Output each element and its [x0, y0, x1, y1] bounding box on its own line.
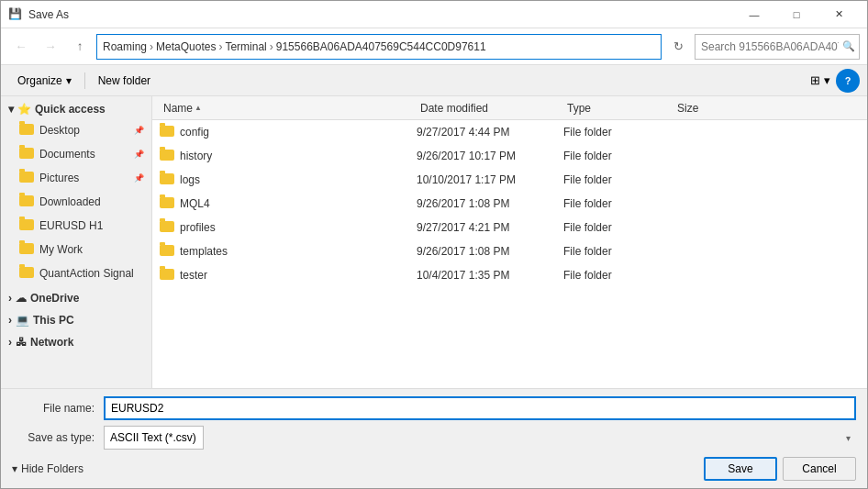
refresh-button[interactable]: ↻: [665, 34, 691, 60]
file-date-cell: 9/26/2017 1:08 PM: [417, 197, 563, 210]
file-name-cell: templates: [160, 245, 417, 259]
saveastype-label: Save as type:: [12, 431, 104, 444]
col-header-size[interactable]: Size: [673, 102, 747, 115]
file-rows-container: config 9/27/2017 4:44 PM File folder his…: [152, 120, 867, 287]
view-toggle-button[interactable]: ⊞ ▾: [808, 69, 832, 93]
file-name-cell: history: [160, 150, 417, 163]
chevron-right-icon: ›: [8, 314, 12, 327]
sidebar-item-network[interactable]: › 🖧 Network: [1, 333, 151, 351]
sidebar-item-thispc[interactable]: › 💻 This PC: [1, 311, 151, 329]
filename-input[interactable]: [104, 396, 856, 420]
file-type-cell: File folder: [563, 221, 673, 234]
table-row[interactable]: profiles 9/27/2017 4:21 PM File folder: [152, 216, 867, 239]
file-name-cell: profiles: [160, 221, 417, 235]
pin-icon: 📌: [134, 126, 144, 135]
folder-icon: [19, 267, 34, 281]
table-row[interactable]: config 9/27/2017 4:44 PM File folder: [152, 120, 867, 144]
network-icon: 🖧: [16, 336, 27, 349]
file-date-cell: 10/10/2017 1:17 PM: [417, 173, 563, 186]
file-date-cell: 9/26/2017 1:08 PM: [417, 245, 563, 258]
table-row[interactable]: history 9/26/2017 10:17 PM File folder: [152, 144, 867, 168]
file-list: Name ▲ Date modified Type Size config 9/…: [152, 96, 867, 388]
sidebar-item-documents[interactable]: Documents 📌: [1, 142, 151, 166]
filename-label: File name:: [12, 402, 104, 415]
button-row: ▾ Hide Folders Save Cancel: [12, 455, 856, 481]
hide-folders-section: ▾ Hide Folders: [12, 462, 698, 475]
chevron-right-icon: ›: [8, 336, 12, 349]
folder-icon: [19, 219, 34, 233]
help-button[interactable]: ?: [836, 69, 860, 93]
thispc-section: › 💻 This PC: [1, 311, 151, 329]
file-name-cell: logs: [160, 173, 417, 187]
minimize-button[interactable]: —: [733, 1, 775, 28]
col-header-date[interactable]: Date modified: [417, 102, 563, 115]
new-folder-button[interactable]: New folder: [89, 69, 160, 93]
search-icon: 🔍: [842, 40, 855, 52]
up-button[interactable]: ↑: [67, 34, 93, 60]
forward-button[interactable]: →: [38, 34, 63, 60]
filename-row: File name:: [12, 396, 856, 420]
address-path[interactable]: Roaming › MetaQuotes › Terminal › 915566…: [96, 34, 662, 60]
folder-icon: [19, 124, 34, 138]
saveastype-select[interactable]: ASCII Text (*.csv)CSV (*.csv)All Files (…: [104, 426, 204, 450]
pin-icon: 📌: [134, 173, 144, 183]
col-header-name[interactable]: Name ▲: [160, 102, 417, 115]
saveastype-row: Save as type: ASCII Text (*.csv)CSV (*.c…: [12, 426, 856, 450]
pin-icon: 📌: [134, 150, 144, 159]
table-row[interactable]: logs 10/10/2017 1:17 PM File folder: [152, 168, 867, 192]
file-type-cell: File folder: [563, 245, 673, 258]
search-input[interactable]: [701, 40, 839, 53]
sidebar-item-downloaded[interactable]: Downloaded: [1, 190, 151, 214]
file-list-header: Name ▲ Date modified Type Size: [152, 96, 867, 120]
close-button[interactable]: ✕: [818, 1, 860, 28]
search-box: 🔍: [695, 34, 860, 60]
cloud-icon: ☁: [16, 292, 27, 305]
sidebar-item-quantaction[interactable]: QuantAction Signal: [1, 261, 151, 285]
network-section: › 🖧 Network: [1, 333, 151, 351]
quick-access-section: ▾ ⭐ Quick access Desktop 📌 Documents 📌 P…: [1, 100, 151, 285]
cancel-button[interactable]: Cancel: [783, 457, 856, 481]
sidebar-item-eurusd-h1[interactable]: EURUSD H1: [1, 214, 151, 238]
quick-access-header[interactable]: ▾ ⭐ Quick access: [1, 100, 151, 118]
sidebar: ▾ ⭐ Quick access Desktop 📌 Documents 📌 P…: [1, 96, 152, 388]
toolbar-separator: [84, 72, 85, 89]
main-content: ▾ ⭐ Quick access Desktop 📌 Documents 📌 P…: [1, 96, 867, 388]
file-name-cell: config: [160, 126, 417, 139]
file-name-cell: tester: [160, 269, 417, 283]
table-row[interactable]: MQL4 9/26/2017 1:08 PM File folder: [152, 192, 867, 216]
col-header-type[interactable]: Type: [563, 102, 673, 115]
address-bar: ← → ↑ Roaming › MetaQuotes › Terminal › …: [1, 28, 867, 65]
file-type-cell: File folder: [563, 269, 673, 282]
saveastype-wrapper: ASCII Text (*.csv)CSV (*.csv)All Files (…: [104, 426, 856, 450]
sidebar-item-onedrive[interactable]: › ☁ OneDrive: [1, 289, 151, 307]
file-type-cell: File folder: [563, 173, 673, 186]
organize-button[interactable]: Organize ▾: [8, 69, 81, 93]
file-name-cell: MQL4: [160, 197, 417, 211]
file-date-cell: 9/27/2017 4:21 PM: [417, 221, 563, 234]
hide-folders-toggle[interactable]: ▾ Hide Folders: [12, 462, 698, 475]
sidebar-item-my-work[interactable]: My Work: [1, 238, 151, 261]
table-row[interactable]: tester 10/4/2017 1:35 PM File folder: [152, 263, 867, 287]
folder-icon: [19, 195, 34, 209]
back-button[interactable]: ←: [8, 34, 34, 60]
maximize-button[interactable]: □: [775, 1, 818, 28]
window-icon: 💾: [8, 7, 23, 22]
table-row[interactable]: templates 9/26/2017 1:08 PM File folder: [152, 239, 867, 263]
save-button[interactable]: Save: [704, 457, 777, 481]
file-type-cell: File folder: [563, 126, 673, 139]
file-date-cell: 9/27/2017 4:44 PM: [417, 126, 563, 139]
folder-icon: [160, 173, 174, 187]
path-segment-2: MetaQuotes: [156, 40, 216, 53]
bottom-bar: File name: Save as type: ASCII Text (*.c…: [1, 388, 867, 488]
chevron-down-icon: ▾: [66, 74, 72, 87]
onedrive-section: › ☁ OneDrive: [1, 289, 151, 307]
folder-icon: [160, 269, 174, 283]
chevron-right-icon: ›: [8, 292, 12, 305]
window-title: Save As: [28, 8, 733, 21]
folder-icon: [19, 172, 34, 185]
file-type-cell: File folder: [563, 197, 673, 210]
sidebar-item-desktop[interactable]: Desktop 📌: [1, 118, 151, 142]
title-bar: 💾 Save As — □ ✕: [1, 1, 867, 28]
sidebar-item-pictures[interactable]: Pictures 📌: [1, 166, 151, 190]
path-segment-1: Roaming: [103, 40, 147, 53]
